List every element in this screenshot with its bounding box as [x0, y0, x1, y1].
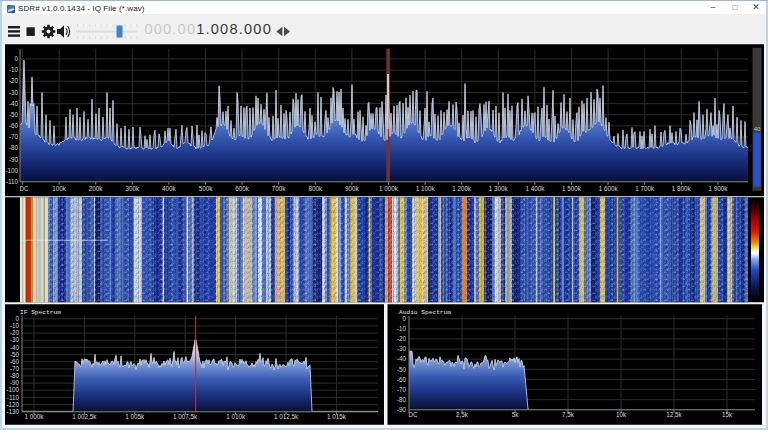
svg-text:100k: 100k	[52, 185, 67, 192]
svg-text:-10: -10	[397, 325, 407, 332]
svg-text:-40: -40	[10, 343, 20, 350]
svg-text:10k: 10k	[616, 410, 627, 417]
svg-text:0: 0	[14, 55, 18, 62]
svg-text:0: 0	[15, 314, 19, 321]
svg-text:200k: 200k	[89, 185, 104, 192]
svg-text:-40: -40	[9, 99, 19, 106]
svg-text:-90: -90	[9, 155, 19, 162]
svg-text:-70: -70	[10, 365, 20, 372]
svg-text:-20: -20	[9, 77, 19, 84]
svg-text:1 500k: 1 500k	[562, 185, 582, 192]
svg-text:1 015k: 1 015k	[327, 412, 347, 419]
svg-text:400k: 400k	[162, 185, 177, 192]
svg-text:-70: -70	[9, 133, 19, 140]
svg-text:-120: -120	[6, 400, 19, 407]
svg-text:-10: -10	[9, 66, 19, 73]
svg-text:15k: 15k	[722, 410, 733, 417]
svg-text:1 800k: 1 800k	[672, 185, 692, 192]
svg-text:-40: -40	[397, 355, 407, 362]
svg-text:1 700k: 1 700k	[635, 185, 655, 192]
svg-text:500k: 500k	[199, 185, 214, 192]
svg-text:-60: -60	[9, 122, 19, 129]
svg-text:-30: -30	[9, 88, 19, 95]
svg-text:-100: -100	[5, 166, 18, 173]
svg-text:1 010k: 1 010k	[226, 412, 246, 419]
svg-text:-90: -90	[10, 379, 20, 386]
svg-text:700k: 700k	[272, 185, 287, 192]
svg-text:-80: -80	[397, 395, 407, 402]
svg-text:40: 40	[754, 125, 761, 131]
svg-text:7,5k: 7,5k	[562, 410, 575, 417]
svg-text:-10: -10	[10, 322, 20, 329]
svg-text:900k: 900k	[345, 185, 360, 192]
svg-text:-60: -60	[397, 375, 407, 382]
svg-text:Audio Spectrum: Audio Spectrum	[399, 308, 451, 315]
svg-text:-60: -60	[10, 357, 20, 364]
svg-text:-30: -30	[10, 336, 20, 343]
svg-text:1 100k: 1 100k	[416, 185, 436, 192]
svg-text:-110: -110	[6, 177, 19, 184]
svg-text:2,5k: 2,5k	[456, 410, 469, 417]
svg-text:1 900k: 1 900k	[708, 185, 728, 192]
svg-text:1 300k: 1 300k	[489, 185, 509, 192]
svg-text:1 600k: 1 600k	[599, 185, 619, 192]
svg-text:-90: -90	[397, 405, 407, 412]
svg-text:1 005k: 1 005k	[125, 412, 145, 419]
svg-text:1 000k: 1 000k	[379, 185, 399, 192]
svg-text:-50: -50	[10, 350, 20, 357]
svg-text:-20: -20	[10, 329, 20, 336]
svg-text:-50: -50	[397, 365, 407, 372]
svg-text:IF Spectrum: IF Spectrum	[20, 308, 61, 315]
svg-text:1 012,5k: 1 012,5k	[274, 412, 299, 419]
svg-text:-80: -80	[9, 144, 19, 151]
svg-text:-130: -130	[6, 407, 19, 414]
svg-text:300k: 300k	[125, 185, 140, 192]
svg-text:-110: -110	[7, 393, 20, 400]
svg-text:1 007,5k: 1 007,5k	[173, 412, 198, 419]
svg-text:1 002,5k: 1 002,5k	[72, 412, 97, 419]
svg-text:-80: -80	[10, 372, 20, 379]
svg-text:1 000k: 1 000k	[25, 412, 45, 419]
svg-text:800k: 800k	[308, 185, 323, 192]
svg-text:-30: -30	[397, 345, 407, 352]
svg-text:-20: -20	[397, 335, 407, 342]
svg-text:DC: DC	[408, 410, 418, 417]
svg-text:DC: DC	[19, 185, 29, 192]
svg-text:-100: -100	[6, 386, 19, 393]
svg-text:5k: 5k	[512, 410, 520, 417]
svg-text:12,5k: 12,5k	[666, 410, 682, 417]
svg-text:600k: 600k	[235, 185, 250, 192]
svg-text:0: 0	[402, 314, 406, 321]
svg-text:-70: -70	[397, 385, 407, 392]
svg-text:1 200k: 1 200k	[452, 185, 472, 192]
svg-text:1 400k: 1 400k	[525, 185, 545, 192]
svg-text:-50: -50	[9, 110, 19, 117]
